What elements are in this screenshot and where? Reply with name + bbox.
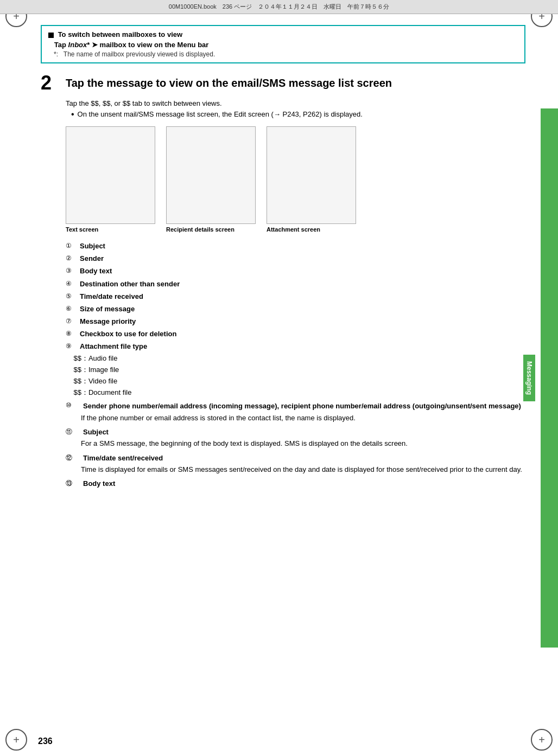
attachment-sublist: $$：Audio file $$：Image file $$：Video fil… (66, 353, 525, 398)
recipient-screen-img (166, 126, 256, 224)
black-square-icon (48, 33, 54, 38)
list-item: ④Destination other than sender (66, 278, 525, 290)
recipient-screen-label: Recipient details screen (166, 226, 234, 233)
step2-body: Tap the $$, $$, or $$ tab to switch betw… (66, 98, 525, 120)
list-item: ⑦Message priority (66, 316, 525, 328)
list-text: Attachment file type (80, 341, 147, 353)
list-num: ④ (66, 278, 78, 289)
list-num: ⑦ (66, 316, 78, 326)
attach-code: $$： (66, 353, 88, 364)
big-list-title: Time/date sent/received (83, 453, 163, 463)
big-list-item: ⑬Body text (66, 479, 525, 489)
list-text: Message priority (80, 316, 136, 328)
sidebar: Messaging (541, 108, 558, 648)
step2-row: 2 Tap the message to view on the email/S… (41, 73, 525, 93)
corner-decoration-br (531, 729, 553, 751)
big-list-header: ⑫Time/date sent/received (66, 453, 525, 463)
attachment-screen-label: Attachment screen (267, 226, 320, 233)
attachment-screen-img (267, 126, 356, 224)
big-list-title: Sender phone number/email address (incom… (83, 401, 521, 411)
screen-text: Text screen (66, 126, 155, 233)
attach-sub-item: $$：Document file (66, 387, 525, 399)
big-list-num: ⑪ (66, 427, 81, 437)
attach-code: $$： (66, 387, 88, 399)
list-text: Size of message (80, 303, 135, 315)
list-item: ⑧Checkbox to use for deletion (66, 328, 525, 340)
attach-sub-item: $$：Video file (66, 376, 525, 387)
big-list-item: ⑫Time/date sent/receivedTime is displaye… (66, 453, 525, 475)
numbered-list: ①Subject②Sender③Body text④Destination ot… (66, 240, 525, 353)
big-list-num: ⑫ (66, 453, 81, 463)
big-list-header: ⑩Sender phone number/email address (inco… (66, 401, 525, 411)
list-num: ⑤ (66, 291, 78, 302)
big-list-item: ⑩Sender phone number/email address (inco… (66, 401, 525, 423)
step2-body2: • On the unsent mail/SMS message list sc… (71, 109, 525, 120)
list-item: ⑥Size of message (66, 303, 525, 315)
info-box-note-prefix: *: (54, 50, 58, 58)
main-content: To switch between mailboxes to view Tap … (30, 14, 536, 729)
attach-sub-item: $$：Audio file (66, 353, 525, 364)
big-list-header: ⑬Body text (66, 479, 525, 489)
big-list-num: ⑩ (66, 401, 81, 409)
attach-text: Image file (88, 364, 119, 376)
list-item: ⑤Time/date received (66, 291, 525, 303)
big-list: ⑩Sender phone number/email address (inco… (41, 401, 525, 489)
attach-text: Audio file (88, 353, 117, 364)
step2-body2-text: On the unsent mail/SMS message list scre… (78, 109, 363, 120)
text-screen-label: Text screen (66, 226, 98, 233)
list-item: ③Body text (66, 265, 525, 277)
info-box: To switch between mailboxes to view Tap … (41, 25, 525, 63)
corner-decoration-bl (5, 729, 27, 751)
big-list-title: Body text (83, 479, 115, 489)
list-num: ① (66, 240, 78, 251)
attach-text: Video file (88, 376, 117, 387)
info-box-title: To switch between mailboxes to view (48, 30, 518, 39)
list-num: ⑨ (66, 341, 78, 351)
big-list-item: ⑪SubjectFor a SMS message, the beginning… (66, 427, 525, 449)
info-box-main: Tap Inbox* ➤ Tap Inbox* ➤ mailbox to vie… (48, 41, 518, 49)
header-bar: 00M1000EN.book 236 ページ ２０４年１１月２４日 水曜日 午前… (0, 0, 558, 14)
list-text: Checkbox to use for deletion (80, 328, 176, 340)
list-num: ⑧ (66, 328, 78, 339)
big-list-desc: Time is displayed for emails or SMS mess… (81, 464, 525, 475)
screens-row: Text screen Recipient details screen Att… (66, 126, 525, 233)
list-item: ②Sender (66, 253, 525, 265)
header-text: 00M1000EN.book 236 ページ ２０４年１１月２４日 水曜日 午前… (169, 3, 389, 11)
list-num: ② (66, 253, 78, 264)
info-box-note: *: The name of mailbox previously viewed… (54, 50, 518, 58)
screen-attachment: Attachment screen (267, 126, 356, 233)
info-box-title-text: To switch between mailboxes to view (58, 30, 182, 39)
attach-code: $$： (66, 364, 88, 376)
step2-number: 2 (41, 73, 60, 93)
page-number: 236 (38, 736, 53, 746)
screen-recipient: Recipient details screen (166, 126, 256, 233)
list-item: ⑨Attachment file type (66, 341, 525, 353)
big-list-title: Subject (83, 427, 109, 437)
list-num: ③ (66, 265, 78, 276)
big-list-desc: For a SMS message, the beginning of the … (81, 438, 525, 449)
attach-sub-item: $$：Image file (66, 364, 525, 376)
list-text: Subject (80, 240, 105, 252)
text-screen-img (66, 126, 155, 224)
big-list-num: ⑬ (66, 479, 81, 488)
list-text: Body text (80, 265, 112, 277)
big-list-desc: If the phone number or email address is … (81, 413, 525, 424)
list-text: Time/date received (80, 291, 143, 303)
list-item: ①Subject (66, 240, 525, 252)
step2-body1: Tap the $$, $$, or $$ tab to switch betw… (66, 98, 525, 109)
big-list-header: ⑪Subject (66, 427, 525, 437)
attach-code: $$： (66, 376, 88, 387)
list-num: ⑥ (66, 303, 78, 314)
info-box-note-text: The name of mailbox previously viewed is… (64, 50, 215, 58)
list-text: Sender (80, 253, 104, 265)
attach-text: Document file (88, 387, 131, 399)
bullet-dot-icon: • (71, 109, 74, 120)
list-text: Destination other than sender (80, 278, 180, 290)
step2-title: Tap the message to view on the email/SMS… (66, 73, 392, 89)
